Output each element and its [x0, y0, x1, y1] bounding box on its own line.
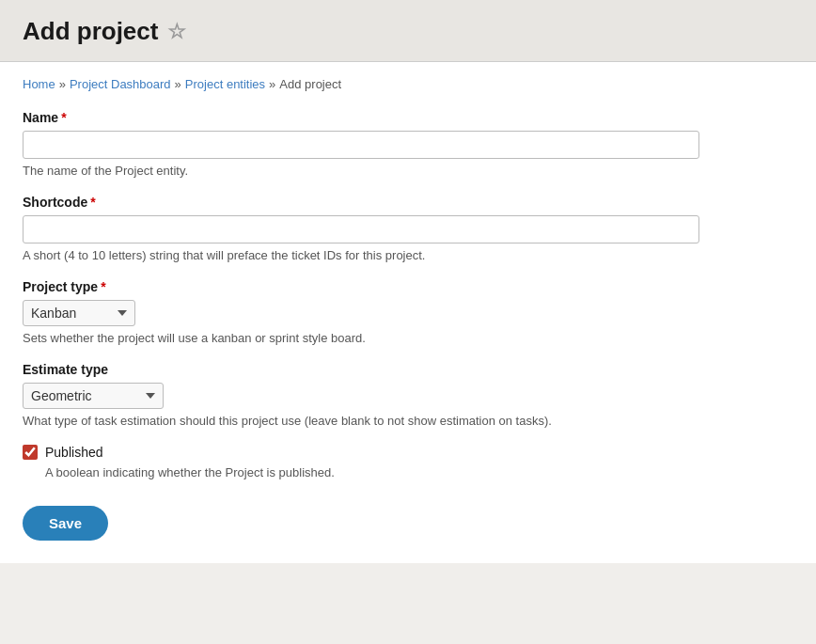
published-checkbox[interactable] [23, 445, 38, 460]
name-required-star: * [61, 110, 66, 125]
shortcode-input[interactable] [23, 215, 699, 243]
estimate-type-field-group: Estimate type Geometric Linear Fibonacci… [23, 362, 793, 428]
breadcrumb-current: Add project [279, 77, 341, 91]
name-field-group: Name* The name of the Project entity. [23, 110, 793, 178]
breadcrumb-project-entities[interactable]: Project entities [185, 77, 265, 91]
project-type-field-group: Project type* Kanban Sprint Sets whether… [23, 279, 793, 345]
estimate-type-help-text: What type of task estimation should this… [23, 414, 793, 428]
published-checkbox-label[interactable]: Published [45, 445, 103, 460]
save-button[interactable]: Save [23, 506, 108, 541]
breadcrumb-separator-1: » [59, 77, 66, 91]
project-type-required-star: * [101, 279, 105, 294]
breadcrumb: Home » Project Dashboard » Project entit… [23, 77, 793, 91]
published-help-text: A boolean indicating whether the Project… [45, 465, 793, 479]
shortcode-field-group: Shortcode* A short (4 to 10 letters) str… [23, 195, 793, 262]
published-checkbox-row: Published [23, 445, 793, 460]
name-input[interactable] [23, 131, 699, 159]
breadcrumb-separator-2: » [175, 77, 181, 91]
breadcrumb-separator-3: » [269, 77, 275, 91]
project-type-help-text: Sets whether the project will use a kanb… [23, 331, 793, 345]
page-title: Add project ☆ [23, 17, 793, 46]
shortcode-required-star: * [90, 195, 95, 210]
project-type-label: Project type* [23, 279, 793, 294]
published-field-group: Published A boolean indicating whether t… [23, 445, 793, 479]
favorite-star-icon[interactable]: ☆ [167, 20, 186, 44]
project-type-select[interactable]: Kanban Sprint [23, 300, 135, 326]
shortcode-label: Shortcode* [23, 195, 793, 210]
name-help-text: The name of the Project entity. [23, 164, 793, 178]
estimate-type-label: Estimate type [23, 362, 793, 377]
breadcrumb-home[interactable]: Home [23, 77, 55, 91]
breadcrumb-project-dashboard[interactable]: Project Dashboard [70, 77, 171, 91]
estimate-type-select[interactable]: Geometric Linear Fibonacci None [23, 383, 164, 409]
name-label: Name* [23, 110, 793, 125]
shortcode-help-text: A short (4 to 10 letters) string that wi… [23, 248, 793, 262]
page-header: Add project ☆ [0, 0, 816, 62]
page-title-text: Add project [23, 17, 158, 46]
page-content: Home » Project Dashboard » Project entit… [0, 62, 816, 563]
